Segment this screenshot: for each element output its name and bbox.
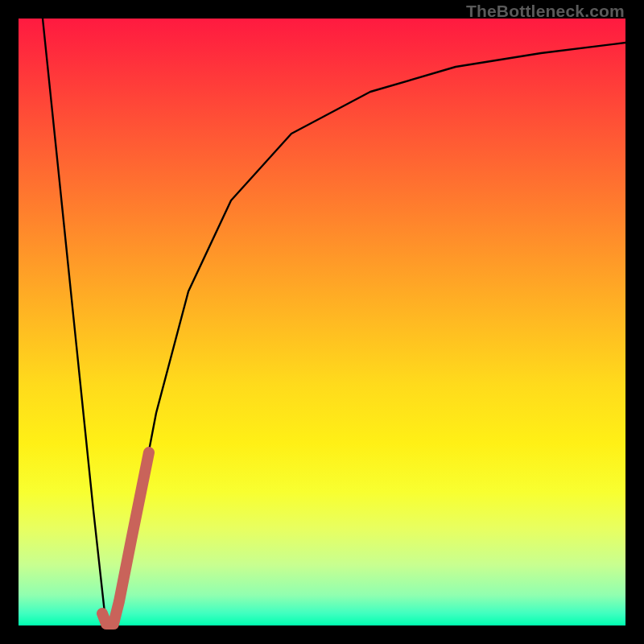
- chart-svg: [19, 19, 625, 625]
- watermark-text: TheBottleneck.com: [466, 2, 625, 21]
- plot-area: [19, 19, 625, 625]
- highlight-segment: [102, 452, 149, 624]
- chart-container: TheBottleneck.com: [0, 0, 644, 644]
